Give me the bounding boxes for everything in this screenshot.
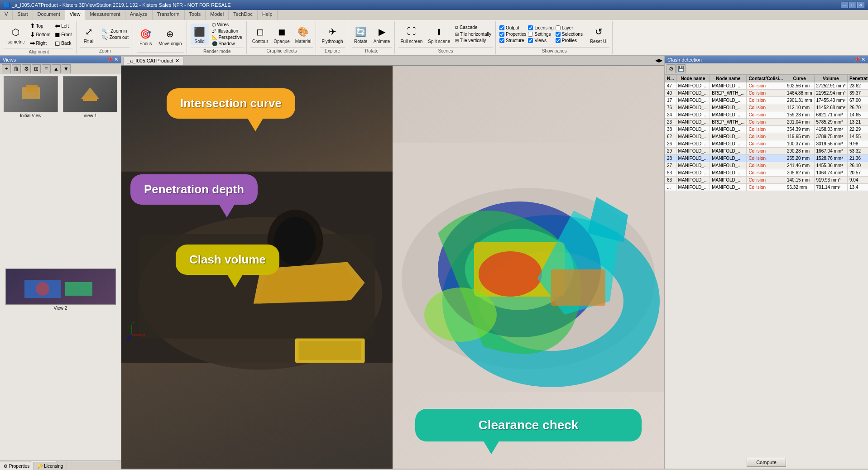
top-button[interactable]: ⬆ Top: [29, 22, 52, 30]
output-check[interactable]: Output: [499, 25, 527, 31]
perspective-button[interactable]: 📐 Perspective: [211, 34, 244, 40]
flythrough-button[interactable]: ✈ Flythrough: [320, 24, 345, 45]
clash-cell: Collision: [747, 177, 785, 184]
scroll-right-icon[interactable]: ▶: [659, 58, 662, 63]
clash-table-row[interactable]: 17MANIFOLD_...MANIFOLD_...Collision2901.…: [665, 97, 868, 104]
focus-button[interactable]: 🎯 Focus: [137, 26, 155, 47]
clash-table-row[interactable]: 26MANIFOLD_...MANIFOLD_...Collision100.3…: [665, 140, 868, 148]
clash-table-row[interactable]: 40MANIFOLD_...BREP_WITH_...Collision1464…: [665, 90, 868, 97]
isometric-button[interactable]: ⬡ Isometric: [5, 24, 27, 45]
licensing-check[interactable]: Licensing: [528, 25, 553, 31]
scroll-left-icon[interactable]: ◀: [655, 58, 659, 63]
tab-model[interactable]: Model: [206, 10, 229, 20]
clash-table-row[interactable]: 23MANIFOLD_...BREP_WITH_...Collision201.…: [665, 119, 868, 126]
clash-settings-button[interactable]: ⚙: [667, 64, 676, 73]
close-button[interactable]: ✕: [857, 2, 864, 8]
layer-check[interactable]: Layer: [556, 25, 583, 31]
view-list-button[interactable]: ≡: [42, 64, 51, 73]
view-options-button[interactable]: ⚙: [22, 64, 31, 73]
clash-cell: 27252.91 mm³: [814, 82, 847, 90]
clash-cell: 305.62 mm: [785, 169, 814, 177]
illustration-button[interactable]: 🖊 Illustration: [211, 28, 244, 34]
opaque-button[interactable]: ◼ Opaque: [272, 24, 292, 45]
right-button[interactable]: ➡ Right: [29, 39, 52, 47]
render-sub: ⬡ Wires 🖊 Illustration 📐 Perspective 🌑 S…: [211, 22, 244, 47]
clash-table-row[interactable]: 24MANIFOLD_...MANIFOLD_...Collision159.2…: [665, 111, 868, 119]
move-origin-button[interactable]: ⊕ Move origin: [157, 26, 184, 47]
clash-table-row[interactable]: 29MANIFOLD_...MANIFOLD_...Collision290.2…: [665, 148, 868, 155]
main-viewport[interactable]: X Y Z Intersection curve Penetration dep…: [121, 66, 393, 469]
selections-check[interactable]: Selections: [556, 31, 583, 37]
tile-v-button[interactable]: ⊞ Tile vertically: [454, 38, 493, 43]
tab-v[interactable]: V: [0, 10, 13, 20]
clash-table-wrap[interactable]: N... Node name Node name Contact/Colisi.…: [665, 75, 868, 456]
structure-check[interactable]: Structure: [499, 38, 527, 43]
views-check[interactable]: Views: [528, 38, 553, 43]
fit-all-button[interactable]: ⤢ Fit all: [80, 24, 98, 45]
profiles-check[interactable]: Profiles: [556, 38, 583, 43]
clash-cell: 21952.94 mm³: [814, 90, 847, 97]
tab-view[interactable]: View: [65, 10, 86, 20]
shadow-button[interactable]: 🌑 Shadow: [211, 41, 244, 47]
tab-document[interactable]: Document: [33, 10, 65, 20]
left-button[interactable]: ⬅ Left: [53, 22, 73, 30]
contour-button[interactable]: ◻ Contour: [250, 24, 270, 45]
clash-table-row[interactable]: ...MANIFOLD_...MANIFOLD_...Collision96.3…: [665, 184, 868, 191]
rotate-button[interactable]: 🔄 Rotate: [352, 24, 370, 45]
back-button[interactable]: ◻ Back: [53, 39, 73, 47]
front-button[interactable]: ◼ Front: [53, 30, 73, 38]
cascade-button[interactable]: ⧉ Cascade: [454, 24, 493, 31]
tab-tools[interactable]: Tools: [185, 10, 206, 20]
clash-table-row[interactable]: 38MANIFOLD_...MANIFOLD_...Collision354.3…: [665, 126, 868, 133]
view-thumb-initial[interactable]: Initial View: [2, 76, 60, 267]
col-node1: Node name: [676, 75, 710, 82]
viewport-3d-area: X Y Z Intersection curve Penetration dep…: [121, 66, 664, 469]
views-pin-icon[interactable]: 📌: [107, 57, 113, 62]
clash-export-button[interactable]: 💾: [676, 64, 686, 73]
splitscene-button[interactable]: ⫿ Split scene: [426, 24, 452, 45]
settings-check[interactable]: Settings: [528, 31, 553, 37]
material-button[interactable]: 🎨 Material: [293, 24, 313, 45]
bottom-button[interactable]: ⬇ Bottom: [29, 30, 52, 38]
clash-table-row[interactable]: 28MANIFOLD_...MANIFOLD_...Collision255.2…: [665, 155, 868, 162]
maximize-button[interactable]: □: [849, 2, 856, 8]
compute-button[interactable]: Compute: [747, 458, 786, 467]
clash-table-row[interactable]: 63MANIFOLD_...MANIFOLD_...Collision140.1…: [665, 177, 868, 184]
zoom-out-button[interactable]: 🔍- Zoom out: [100, 34, 130, 40]
clash-table-row[interactable]: 76MANIFOLD_...MANIFOLD_...Collision112.1…: [665, 104, 868, 111]
clash-table-row[interactable]: 47MANIFOLD_...MANIFOLD_...Collision902.5…: [665, 82, 868, 90]
tab-help[interactable]: Help: [258, 10, 278, 20]
clash-table-row[interactable]: 27MANIFOLD_...MANIFOLD_...Collision241.4…: [665, 162, 868, 169]
minimize-button[interactable]: —: [841, 2, 848, 8]
fullscreen-button[interactable]: ⛶ Full screen: [398, 24, 424, 45]
clash-table-row[interactable]: 53MANIFOLD_...MANIFOLD_...Collision305.6…: [665, 169, 868, 177]
view-down-button[interactable]: ▼: [62, 64, 71, 73]
tab-techdoc[interactable]: TechDoc: [229, 10, 258, 20]
delete-view-button[interactable]: 🗑: [12, 64, 21, 73]
view-grid-button[interactable]: ⊞: [32, 64, 41, 73]
tab-measurement[interactable]: Measurement: [85, 10, 125, 20]
tab-transform[interactable]: Transform: [153, 10, 185, 20]
view-up-button[interactable]: ▲: [52, 64, 61, 73]
view-thumb-2[interactable]: View 2: [2, 269, 119, 459]
new-view-button[interactable]: +: [2, 64, 11, 73]
reset-ui-button[interactable]: ↺ Reset UI: [588, 24, 609, 45]
viewport-scroll-controls: ◀ ▶: [655, 58, 662, 63]
views-close-icon[interactable]: ✕: [114, 57, 118, 62]
tile-h-button[interactable]: ⊟ Tile horizontally: [454, 31, 493, 37]
clash-table-row[interactable]: 62MANIFOLD_...MANIFOLD_...Collision119.6…: [665, 133, 868, 140]
wires-button[interactable]: ⬡ Wires: [211, 22, 244, 28]
properties-check[interactable]: Properties: [499, 31, 527, 37]
view-thumb-1[interactable]: View 1: [62, 76, 120, 267]
animate-button[interactable]: ▶ Animate: [372, 24, 392, 45]
tab-start[interactable]: Start: [13, 10, 33, 20]
viewport-close-icon[interactable]: ✕: [175, 58, 179, 64]
viewport-tab-item[interactable]: _a_I005.CATProduct ✕: [123, 57, 183, 65]
clash-pin-icon[interactable]: 📌: [854, 57, 860, 62]
solid-button[interactable]: ⬛ Solid: [191, 24, 209, 45]
move-origin-label: Move origin: [158, 41, 182, 46]
zoom-in-button[interactable]: 🔍+ Zoom in: [100, 28, 130, 34]
tab-analyze[interactable]: Analyze: [125, 10, 153, 20]
clash-close-icon[interactable]: ✕: [861, 57, 865, 62]
clash-cell: 9.98: [848, 140, 868, 148]
